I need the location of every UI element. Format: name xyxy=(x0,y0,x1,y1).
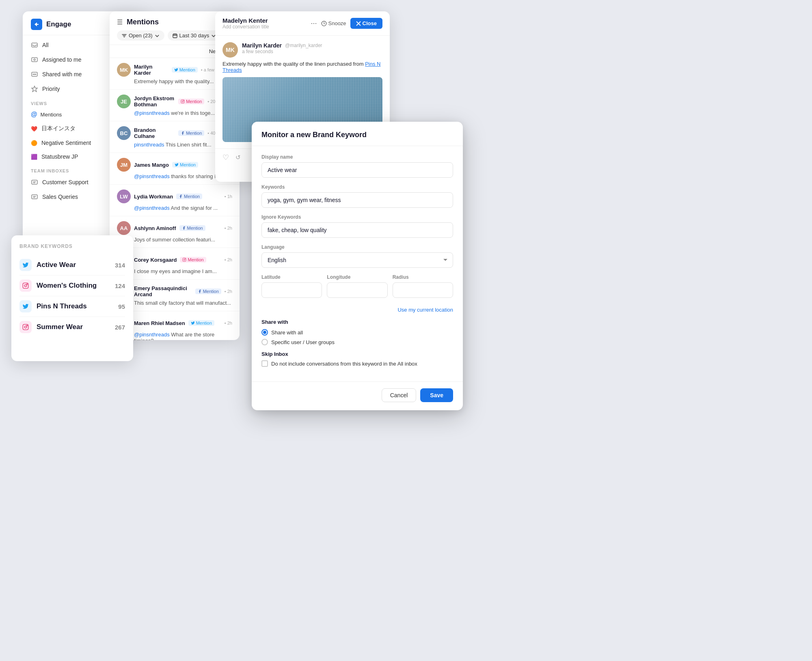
svg-point-6 xyxy=(33,74,34,75)
purple-emoji: 🟪 xyxy=(31,154,37,160)
location-link-row: Use my current location xyxy=(261,306,453,313)
svg-point-14 xyxy=(182,101,183,102)
platform-badge-1: Mention xyxy=(178,99,204,104)
skip-inbox-section: Skip Inbox Do not include conversations … xyxy=(261,351,453,367)
platform-badge-7: Mention xyxy=(195,289,221,294)
latitude-input[interactable] xyxy=(261,282,322,298)
hamburger-icon[interactable]: ☰ xyxy=(117,18,123,26)
sidebar-priority-label: Priority xyxy=(42,86,60,92)
convo-msg-header: MK Marilyn Karder @marilyn_karder a few … xyxy=(222,42,382,58)
engage-logo: Engage xyxy=(31,19,71,30)
radio-share-all-label: Share with all xyxy=(271,329,303,336)
instagram-icon-3 xyxy=(19,321,32,333)
bk-item-summer-wear[interactable]: Summer Wear 267 xyxy=(19,317,125,337)
cancel-button[interactable]: Cancel xyxy=(382,388,417,402)
at-icon: @ xyxy=(31,111,37,118)
mention-name-2: Brandon Culhane xyxy=(134,127,175,139)
platform-badge-2: Mention xyxy=(178,130,204,136)
radio-circle-0 xyxy=(261,329,268,336)
mention-time-6: • 2h xyxy=(225,257,232,262)
mention-name-8: Maren Rhiel Madsen xyxy=(134,320,185,326)
filter-date-pill[interactable]: Last 30 days xyxy=(168,30,221,41)
star-icon xyxy=(31,85,38,93)
language-select[interactable]: English Japanese French Spanish xyxy=(261,252,453,268)
twitter-icon-0 xyxy=(19,259,32,271)
avatar-5: AA xyxy=(117,221,131,235)
latitude-label: Latitude xyxy=(261,274,322,280)
longitude-group: Longitude xyxy=(327,274,387,298)
heart-emoji: ❤️ xyxy=(31,126,37,132)
mention-name-5: Ashlynn Aminoff xyxy=(134,225,176,231)
filter-open-label: Open (23) xyxy=(129,32,153,39)
svg-point-24 xyxy=(24,326,26,328)
bk-name-2: Pins N Threads xyxy=(37,302,87,310)
avatar-4: LW xyxy=(117,189,131,203)
filter-open-pill[interactable]: Open (23) xyxy=(117,30,164,41)
close-label: Close xyxy=(363,20,377,26)
radius-label: Radius xyxy=(393,274,453,280)
ignore-keywords-input[interactable] xyxy=(261,222,453,238)
display-name-label: Display name xyxy=(261,154,453,160)
mention-item-4[interactable]: LW Lydia Workman Mention • 1h @pinsnthre… xyxy=(110,185,240,216)
nav-item-assigned-left: Assigned to me xyxy=(31,56,82,63)
radio-specific-users[interactable]: Specific user / User groups xyxy=(261,339,453,345)
customer-support-icon xyxy=(31,179,38,186)
share-icon xyxy=(31,71,38,78)
modal-title: Monitor a new Brand Keyword xyxy=(261,131,367,139)
bk-count-2: 95 xyxy=(118,303,125,310)
nav-item-priority-left: Priority xyxy=(31,85,60,93)
use-current-location-link[interactable]: Use my current location xyxy=(397,307,453,313)
convo-header: Madelyn Kenter Add conversation title ··… xyxy=(215,11,390,36)
ignore-keywords-label: Ignore Keywords xyxy=(261,214,453,220)
bk-item-active-wear[interactable]: Active Wear 314 xyxy=(19,255,125,276)
convo-msg-time: a few seconds xyxy=(242,49,322,54)
radio-share-all[interactable]: Share with all xyxy=(261,329,453,336)
mention-text-4: @pinsnthreads And the signal for ... xyxy=(134,205,232,211)
skip-inbox-checkbox[interactable] xyxy=(261,360,268,367)
svg-point-8 xyxy=(34,74,35,75)
instagram-icon-1 xyxy=(19,280,32,292)
mentions-panel-title: Mentions xyxy=(127,18,159,26)
assign-icon xyxy=(31,56,38,63)
radius-input[interactable] xyxy=(393,282,453,298)
share-with-section: Share with Share with all Specific user … xyxy=(261,319,453,345)
sidebar-all-label: All xyxy=(42,42,49,48)
convo-title-placeholder[interactable]: Add conversation title xyxy=(222,24,269,30)
bk-item-womens-clothing[interactable]: Women's Clothing 124 xyxy=(19,276,125,296)
mention-text-7: This small city factory that will manufa… xyxy=(134,300,232,306)
mention-name-7: Emery Passaquindici Arcand xyxy=(134,285,192,297)
radius-group: Radius xyxy=(393,274,453,298)
snooze-button[interactable]: Snooze xyxy=(321,20,346,26)
engage-title: Engage xyxy=(46,20,71,28)
location-row: Latitude Longitude Radius xyxy=(261,274,453,304)
retweet-button[interactable]: ↺ xyxy=(235,154,241,161)
display-name-input[interactable] xyxy=(261,162,453,178)
mention-time-5: • 2h xyxy=(225,226,232,230)
sidebar-mentions-label: Mentions xyxy=(41,112,62,118)
more-options-button[interactable]: ··· xyxy=(311,19,317,28)
language-label: Language xyxy=(261,244,453,250)
language-group: Language English Japanese French Spanish xyxy=(261,244,453,268)
avatar-1: JE xyxy=(117,95,131,108)
save-button[interactable]: Save xyxy=(420,388,453,402)
close-button[interactable]: Close xyxy=(350,18,382,29)
bk-count-3: 267 xyxy=(115,324,125,331)
sidebar-negative-label: Negative Sentiment xyxy=(41,140,91,146)
bk-item-pins-n-threads[interactable]: Pins N Threads 95 xyxy=(19,296,125,317)
inbox-icon xyxy=(31,41,38,49)
svg-rect-3 xyxy=(32,58,37,62)
heart-button[interactable]: ♡ xyxy=(222,153,229,162)
keywords-input[interactable] xyxy=(261,192,453,208)
skip-inbox-checkbox-label[interactable]: Do not include conversations from this k… xyxy=(261,360,453,367)
mention-name-4: Lydia Workman xyxy=(134,194,173,200)
longitude-input[interactable] xyxy=(327,282,387,298)
svg-point-18 xyxy=(185,258,186,259)
svg-rect-11 xyxy=(32,195,37,199)
sidebar-statusbrew-label: Statusbrew JP xyxy=(41,153,78,160)
sidebar-japanese-label: 日本インスタ xyxy=(41,125,76,132)
bk-count-0: 314 xyxy=(115,262,125,269)
platform-badge-3: Mention xyxy=(172,162,198,168)
platform-badge-5: Mention xyxy=(179,225,205,231)
mention-text-8: @pinsnthreads What are the store timings… xyxy=(134,332,232,340)
platform-badge-6: Mention xyxy=(180,257,206,263)
